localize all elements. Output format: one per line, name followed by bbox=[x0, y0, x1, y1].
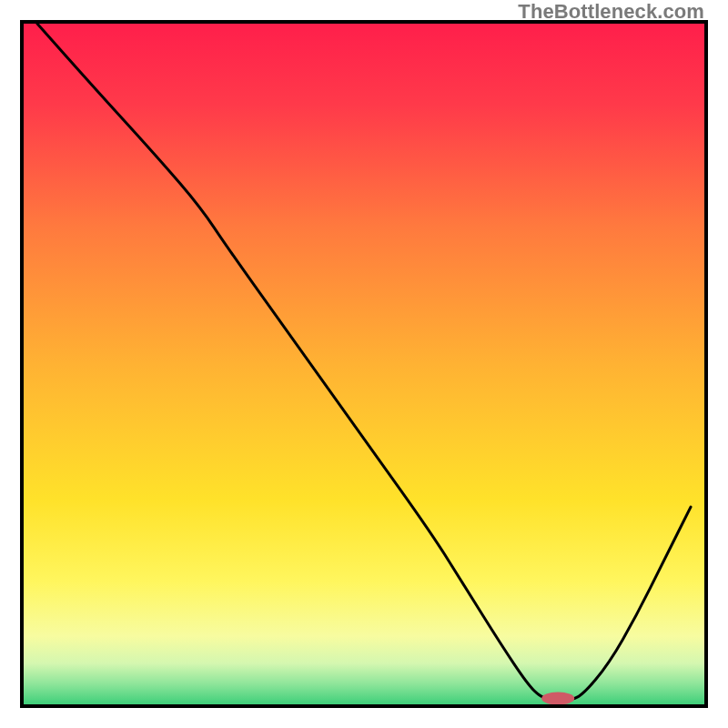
gradient-background bbox=[24, 24, 704, 704]
chart-frame bbox=[20, 20, 708, 708]
bottleneck-chart bbox=[24, 24, 704, 704]
optimal-marker bbox=[541, 693, 574, 704]
